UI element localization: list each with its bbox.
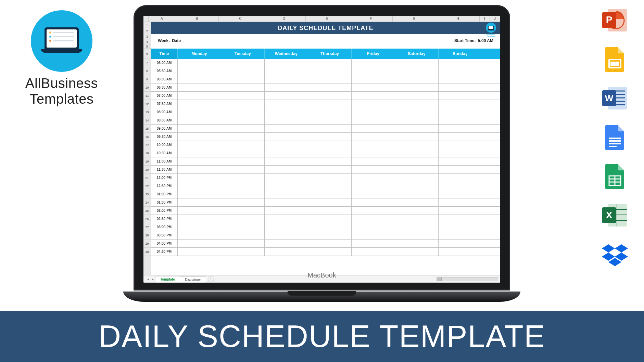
schedule-cell[interactable] bbox=[439, 67, 482, 75]
schedule-cell[interactable] bbox=[308, 59, 352, 67]
schedule-row[interactable]: 04:00 PM bbox=[151, 240, 500, 248]
schedule-cell[interactable] bbox=[265, 125, 308, 132]
time-cell[interactable]: 08:00 AM bbox=[151, 108, 178, 116]
schedule-cell[interactable] bbox=[221, 133, 265, 141]
extra-cell[interactable] bbox=[482, 92, 500, 100]
schedule-cell[interactable] bbox=[178, 182, 221, 190]
schedule-cell[interactable] bbox=[265, 75, 308, 83]
time-cell[interactable]: 04:30 PM bbox=[151, 248, 178, 256]
schedule-cell[interactable] bbox=[178, 92, 221, 100]
time-cell[interactable]: 01:30 PM bbox=[151, 198, 178, 206]
schedule-cell[interactable] bbox=[352, 223, 395, 231]
schedule-cell[interactable] bbox=[178, 223, 221, 231]
extra-cell[interactable] bbox=[482, 67, 500, 75]
schedule-row[interactable]: 09:00 AM bbox=[151, 125, 500, 133]
time-cell[interactable]: 04:00 PM bbox=[151, 240, 178, 247]
extra-cell[interactable] bbox=[482, 125, 500, 132]
schedule-row[interactable]: 10:00 AM bbox=[151, 141, 500, 149]
schedule-cell[interactable] bbox=[395, 92, 439, 100]
schedule-cell[interactable] bbox=[352, 149, 395, 157]
schedule-cell[interactable] bbox=[439, 240, 482, 247]
schedule-cell[interactable] bbox=[395, 100, 439, 108]
extra-cell[interactable] bbox=[482, 108, 500, 116]
schedule-cell[interactable] bbox=[439, 133, 482, 141]
schedule-cell[interactable] bbox=[352, 133, 395, 141]
time-cell[interactable]: 09:00 AM bbox=[151, 125, 178, 132]
row-number[interactable]: 1 bbox=[143, 22, 151, 28]
schedule-cell[interactable] bbox=[221, 198, 265, 206]
schedule-cell[interactable] bbox=[439, 198, 482, 206]
extra-cell[interactable] bbox=[482, 198, 500, 206]
schedule-cell[interactable] bbox=[439, 207, 482, 215]
row-number[interactable]: 14 bbox=[143, 116, 151, 125]
schedule-cell[interactable] bbox=[308, 207, 352, 215]
schedule-cell[interactable] bbox=[308, 116, 352, 124]
schedule-cell[interactable] bbox=[352, 174, 395, 182]
schedule-row[interactable]: 05:00 AM bbox=[151, 59, 500, 67]
schedule-cell[interactable] bbox=[308, 149, 352, 157]
row-number[interactable]: 21 bbox=[143, 174, 151, 182]
schedule-cell[interactable] bbox=[352, 116, 395, 124]
row-number[interactable]: 28 bbox=[143, 231, 151, 240]
schedule-cell[interactable] bbox=[395, 67, 439, 75]
row-number[interactable]: 7 bbox=[143, 59, 151, 67]
row-number[interactable]: 25 bbox=[143, 207, 151, 215]
extra-cell[interactable] bbox=[482, 240, 500, 247]
schedule-cell[interactable] bbox=[352, 125, 395, 132]
schedule-cell[interactable] bbox=[308, 182, 352, 190]
time-cell[interactable]: 09:30 AM bbox=[151, 133, 178, 141]
row-number[interactable]: 19 bbox=[143, 157, 151, 166]
schedule-cell[interactable] bbox=[439, 182, 482, 190]
schedule-row[interactable]: 07:00 AM bbox=[151, 92, 500, 100]
schedule-cell[interactable] bbox=[439, 223, 482, 231]
schedule-cell[interactable] bbox=[265, 215, 308, 223]
schedule-cell[interactable] bbox=[178, 231, 221, 239]
schedule-cell[interactable] bbox=[308, 190, 352, 198]
schedule-cell[interactable] bbox=[178, 166, 221, 173]
schedule-cell[interactable] bbox=[308, 67, 352, 75]
schedule-row[interactable]: 04:30 PM bbox=[151, 248, 500, 256]
time-cell[interactable]: 03:00 PM bbox=[151, 223, 178, 231]
row-numbers[interactable]: 1234567891011121314151617181920212223242… bbox=[143, 22, 151, 275]
time-cell[interactable]: 08:30 AM bbox=[151, 116, 178, 124]
extra-cell[interactable] bbox=[482, 116, 500, 124]
time-cell[interactable]: 02:00 PM bbox=[151, 207, 178, 215]
schedule-cell[interactable] bbox=[395, 174, 439, 182]
row-number[interactable]: 6 bbox=[143, 49, 151, 59]
column-header[interactable]: J bbox=[490, 16, 500, 22]
schedule-cell[interactable] bbox=[265, 59, 308, 67]
schedule-cell[interactable] bbox=[221, 215, 265, 223]
schedule-cell[interactable] bbox=[178, 116, 221, 124]
schedule-cell[interactable] bbox=[221, 240, 265, 247]
schedule-cell[interactable] bbox=[221, 149, 265, 157]
schedule-cell[interactable] bbox=[352, 59, 395, 67]
schedule-cell[interactable] bbox=[265, 198, 308, 206]
schedule-cell[interactable] bbox=[178, 174, 221, 182]
schedule-cell[interactable] bbox=[439, 59, 482, 67]
row-number[interactable]: 22 bbox=[143, 182, 151, 190]
row-number[interactable]: 29 bbox=[143, 240, 151, 248]
schedule-cell[interactable] bbox=[352, 190, 395, 198]
extra-cell[interactable] bbox=[482, 248, 500, 256]
schedule-cell[interactable] bbox=[395, 240, 439, 247]
time-cell[interactable]: 02:30 PM bbox=[151, 215, 178, 223]
row-number[interactable]: 4 bbox=[143, 39, 151, 44]
schedule-cell[interactable] bbox=[395, 207, 439, 215]
schedule-cell[interactable] bbox=[221, 116, 265, 124]
schedule-cell[interactable] bbox=[178, 149, 221, 157]
schedule-cell[interactable] bbox=[178, 240, 221, 247]
schedule-cell[interactable] bbox=[265, 67, 308, 75]
schedule-row[interactable]: 01:30 PM bbox=[151, 198, 500, 207]
schedule-row[interactable]: 02:00 PM bbox=[151, 207, 500, 215]
schedule-cell[interactable] bbox=[439, 174, 482, 182]
schedule-row[interactable]: 07:30 AM bbox=[151, 100, 500, 108]
extra-cell[interactable] bbox=[482, 100, 500, 108]
schedule-cell[interactable] bbox=[265, 141, 308, 149]
schedule-cell[interactable] bbox=[308, 83, 352, 91]
time-cell[interactable]: 11:00 AM bbox=[151, 157, 178, 165]
schedule-cell[interactable] bbox=[439, 215, 482, 223]
schedule-cell[interactable] bbox=[265, 182, 308, 190]
schedule-cell[interactable] bbox=[265, 116, 308, 124]
schedule-cell[interactable] bbox=[395, 149, 439, 157]
schedule-cell[interactable] bbox=[221, 182, 265, 190]
